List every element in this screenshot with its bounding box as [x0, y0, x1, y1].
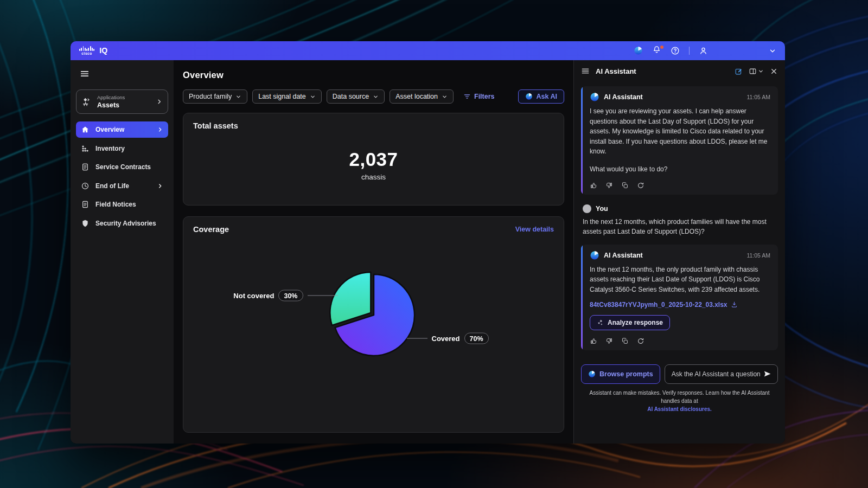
cisco-logo-bars: [79, 46, 94, 51]
message-sender: AI Assistant: [604, 93, 643, 101]
ask-ai-input[interactable]: [672, 370, 763, 378]
disclosures-link[interactable]: AI Assistant disclosures.: [647, 406, 712, 412]
analyze-response-button[interactable]: Analyze response: [590, 315, 670, 330]
ai-assistant-panel: AI Assistant AI Assistant 11:05 AM: [573, 60, 785, 444]
copy-icon[interactable]: [621, 337, 629, 345]
not-covered-percent-badge: 30%: [278, 290, 303, 301]
user-account-icon[interactable]: [699, 46, 708, 55]
sidebar-item-label: Service Contracts: [95, 163, 151, 171]
filter-chip-label: Product family: [189, 93, 232, 100]
regenerate-icon[interactable]: [637, 182, 644, 189]
message-sender: AI Assistant: [604, 252, 643, 259]
document-icon: [81, 200, 90, 209]
message-actions: [590, 337, 770, 345]
ai-assistant-icon: [525, 93, 533, 100]
pie-callout-not-covered: Not covered 30%: [233, 290, 337, 301]
ai-message-list: AI Assistant 11:05 AM I see you are revi…: [574, 82, 785, 350]
covered-percent-badge: 70%: [464, 333, 489, 344]
message-sender: You: [596, 205, 608, 213]
download-icon: [731, 301, 738, 308]
user-avatar: [583, 204, 591, 213]
sidebar-menu-icon[interactable]: [80, 69, 90, 79]
total-assets-unit: chassis: [361, 173, 386, 181]
filter-chip-data-source[interactable]: Data source: [327, 89, 385, 104]
topbar: cisco IQ: [71, 41, 785, 60]
ai-assistant-icon[interactable]: [634, 46, 643, 55]
view-details-link[interactable]: View details: [515, 226, 554, 233]
topbar-caret-down-icon[interactable]: [769, 47, 776, 55]
send-icon[interactable]: [763, 369, 772, 378]
sidebar-item-service-contracts[interactable]: Service Contracts: [76, 159, 168, 175]
filter-chip-label: Data source: [333, 93, 369, 100]
message-paragraph: What would you like to do?: [590, 164, 770, 175]
total-assets-value: 2,037: [349, 149, 398, 170]
analyze-response-label: Analyze response: [608, 319, 663, 326]
total-assets-card: Total assets 2,037 chassis: [183, 113, 564, 206]
app-switcher-eyebrow: Applications: [97, 94, 151, 100]
coverage-card: Coverage View details Not covered 30% Co…: [183, 216, 564, 433]
message-timestamp: 11:05 AM: [746, 252, 770, 259]
filter-chip-label: Asset location: [395, 93, 438, 100]
message-paragraph: In the next 12 months, the only product …: [590, 265, 770, 295]
shield-icon: [81, 219, 90, 228]
notifications-button[interactable]: [652, 45, 661, 56]
chevron-down-icon: [373, 94, 379, 100]
filter-chip-product-family[interactable]: Product family: [183, 89, 247, 104]
thumbs-down-icon[interactable]: [605, 337, 613, 345]
regenerate-icon[interactable]: [637, 337, 644, 345]
not-covered-label: Not covered: [233, 292, 274, 300]
thumbs-up-icon[interactable]: [590, 182, 597, 189]
ai-message: AI Assistant 11:05 AM In the next 12 mon…: [581, 245, 778, 350]
app-window: cisco IQ Applications Assets: [71, 41, 785, 444]
ai-panel-header: AI Assistant: [574, 60, 785, 82]
ai-assistant-icon: [588, 370, 596, 378]
sidebar-item-inventory[interactable]: Inventory: [76, 140, 168, 157]
message-paragraph: I see you are reviewing your assets. I c…: [590, 106, 770, 157]
browse-prompts-label: Browse prompts: [599, 370, 653, 378]
cisco-logo: cisco: [79, 46, 94, 55]
funnel-icon: [463, 93, 471, 100]
sidebar-item-field-notices[interactable]: Field Notices: [76, 196, 168, 213]
total-assets-title: Total assets: [193, 121, 554, 130]
topbar-divider: [689, 47, 690, 55]
attachment-link[interactable]: 84tCv83847rYVJpymh_0_2025-10-22_03.xlsx: [590, 301, 770, 309]
ask-ai-button[interactable]: Ask AI: [518, 89, 564, 104]
filters-button[interactable]: Filters: [463, 93, 495, 100]
inventory-icon: [81, 144, 90, 153]
ai-avatar-icon: [590, 251, 599, 260]
page-title: Overview: [183, 70, 564, 80]
panel-layout-toggle[interactable]: [749, 67, 764, 75]
sidebar-item-label: Inventory: [95, 145, 125, 152]
app-switcher-assets[interactable]: Applications Assets: [76, 89, 168, 114]
filter-chip-asset-location[interactable]: Asset location: [390, 89, 454, 104]
document-icon: [81, 163, 90, 171]
sidebar-item-overview[interactable]: Overview: [76, 121, 168, 138]
filter-bar: Product family Last signal date Data sou…: [183, 89, 564, 104]
sidebar-item-label: Security Advisories: [95, 220, 156, 227]
sidebar-item-security-advisories[interactable]: Security Advisories: [76, 215, 168, 232]
sidebar-item-end-of-life[interactable]: End of Life: [76, 178, 168, 194]
clock-icon: [81, 182, 90, 190]
callout-line: [308, 295, 338, 296]
pie-chart-svg: [320, 261, 428, 369]
ai-panel-footer: Browse prompts Assistant can make mistak…: [574, 350, 785, 413]
new-chat-icon[interactable]: [735, 67, 743, 75]
split-panel-icon: [749, 67, 757, 75]
filter-chip-last-signal-date[interactable]: Last signal date: [252, 89, 322, 104]
help-icon[interactable]: [671, 46, 680, 55]
thumbs-down-icon[interactable]: [605, 182, 613, 189]
chevron-down-icon: [235, 94, 241, 100]
topbar-actions: [634, 45, 708, 56]
browse-prompts-button[interactable]: Browse prompts: [581, 364, 660, 384]
close-panel-icon[interactable]: [770, 67, 778, 75]
thumbs-up-icon[interactable]: [590, 337, 597, 345]
main-content: Overview Product family Last signal date…: [174, 60, 573, 444]
product-name: IQ: [99, 46, 107, 55]
ask-ai-label: Ask AI: [537, 93, 557, 100]
copy-icon[interactable]: [621, 182, 629, 189]
app-switcher-label: Assets: [97, 101, 151, 109]
ai-panel-title: AI Assistant: [596, 67, 636, 75]
ai-message: AI Assistant 11:05 AM I see you are revi…: [581, 86, 778, 195]
notification-dot: [660, 46, 663, 49]
ai-panel-menu-icon[interactable]: [581, 67, 590, 75]
